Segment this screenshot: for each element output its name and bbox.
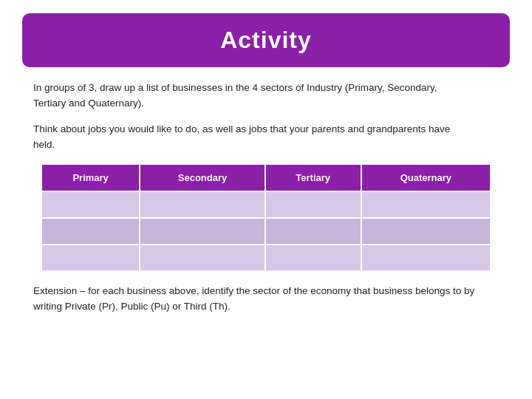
table-row xyxy=(41,245,491,271)
instruction-paragraph-2: Think about jobs you would like to do, a… xyxy=(33,122,499,153)
cell-quaternary-2 xyxy=(361,218,491,245)
instruction-paragraph-1: In groups of 3, draw up a list of busine… xyxy=(33,81,499,112)
col-header-secondary: Secondary xyxy=(140,164,265,191)
header-banner: Activity xyxy=(22,13,510,67)
cell-quaternary-1 xyxy=(361,191,491,218)
cell-tertiary-3 xyxy=(265,245,361,271)
table-wrapper: Primary Secondary Tertiary Quaternary xyxy=(41,163,491,272)
col-header-tertiary: Tertiary xyxy=(265,164,361,191)
cell-primary-3 xyxy=(41,245,140,271)
cell-tertiary-1 xyxy=(265,191,361,218)
cell-secondary-2 xyxy=(140,218,265,245)
extension-paragraph: Extension – for each business above, ide… xyxy=(33,284,499,315)
table-row xyxy=(41,191,491,218)
col-header-primary: Primary xyxy=(41,164,140,191)
content-area: In groups of 3, draw up a list of busine… xyxy=(0,67,532,315)
sectors-table: Primary Secondary Tertiary Quaternary xyxy=(41,163,491,272)
cell-tertiary-2 xyxy=(265,218,361,245)
cell-primary-1 xyxy=(41,191,140,218)
cell-secondary-3 xyxy=(140,245,265,271)
header-title: Activity xyxy=(220,27,312,53)
page-container: Activity In groups of 3, draw up a list … xyxy=(0,13,532,399)
cell-quaternary-3 xyxy=(361,245,491,271)
cell-secondary-1 xyxy=(140,191,265,218)
col-header-quaternary: Quaternary xyxy=(361,164,491,191)
table-row xyxy=(41,218,491,245)
cell-primary-2 xyxy=(41,218,140,245)
